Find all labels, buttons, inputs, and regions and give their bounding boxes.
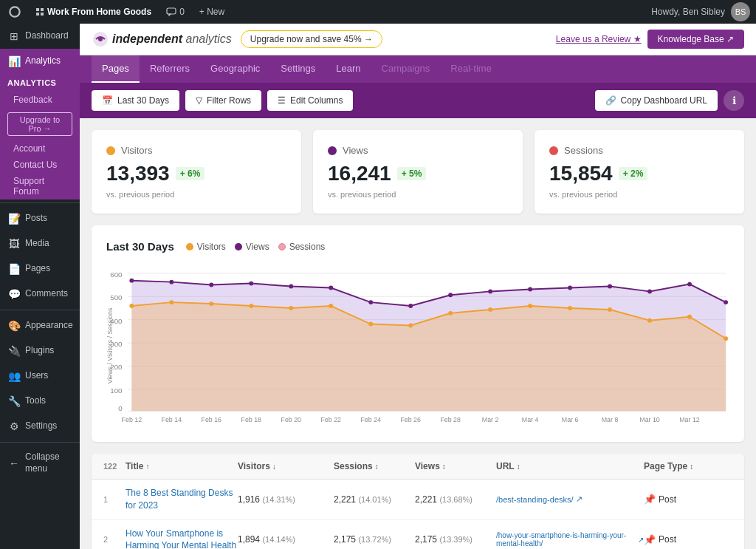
comments-item[interactable]: 0 [163,7,188,17]
svg-point-40 [209,301,213,306]
sidebar-item-posts[interactable]: 📝 Posts [0,206,80,231]
wp-logo[interactable] [6,6,24,18]
info-button[interactable]: ℹ [724,90,744,111]
url-sort-arrow: ↕ [517,463,520,471]
svg-point-45 [408,324,413,328]
svg-text:Views / Visitors / Sessions: Views / Visitors / Sessions [106,307,114,383]
table-row: 2 How Your Smartphone is Harming Your Me… [92,520,744,549]
tab-geographic[interactable]: Geographic [200,55,270,83]
visitors-period: vs. previous period [106,190,286,199]
tab-realtime-label: Real-time [450,63,492,74]
row-1-url[interactable]: /best-standing-desks/ ↗ [496,494,644,504]
svg-text:Mar 6: Mar 6 [562,416,579,423]
legend-sessions-dot [278,243,286,250]
sidebar-item-settings[interactable]: ⚙ Settings [0,414,80,439]
col-header-sessions[interactable]: Sessions ↕ [334,461,415,471]
sidebar-sub-support[interactable]: Support Forum [0,173,80,200]
col-header-title[interactable]: Title ↑ [126,461,238,471]
svg-point-24 [209,283,213,287]
knowledge-base-button[interactable]: Knowledge Base ↗ [647,30,744,49]
views-period: vs. previous period [328,190,508,199]
legend-visitors-label: Visitors [197,242,226,252]
site-name-item[interactable]: Work From Home Goods [32,7,154,17]
upgrade-badge-button[interactable]: Upgrade now and save 45% → [241,30,382,48]
visitors-card: Visitors 13,393 + 6% vs. previous period [92,130,301,214]
tab-pages-label: Pages [102,63,129,74]
edit-columns-button[interactable]: ☰ Edit Columns [267,90,353,111]
leave-review-button[interactable]: Leave us a Review ★ [556,34,642,44]
new-item[interactable]: + New [196,7,227,17]
sidebar-item-analytics[interactable]: 📊 Analytics [0,49,80,74]
external-link-icon: ↗ [576,494,583,504]
svg-rect-3 [36,13,39,16]
sidebar-item-comments[interactable]: 💬 Comments [0,282,80,307]
sidebar-item-media[interactable]: 🖼 Media [0,231,80,256]
svg-text:Feb 20: Feb 20 [281,416,302,423]
sidebar-item-plugins[interactable]: 🔌 Plugins [0,338,80,364]
row-2-url[interactable]: /how-your-smartphone-is-harming-your-men… [496,531,644,548]
tab-settings[interactable]: Settings [270,55,326,83]
appearance-icon: 🎨 [7,319,21,333]
sessions-change: + 2% [619,167,648,180]
collapse-icon: ← [7,457,21,470]
sidebar-label-users: Users [25,370,48,382]
svg-text:Mar 8: Mar 8 [602,416,619,423]
tab-pages[interactable]: Pages [92,55,140,83]
knowledge-base-label: Knowledge Base ↗ [658,34,734,44]
pagetype-sort-arrow: ↕ [690,463,693,471]
svg-point-0 [10,7,20,17]
table-row: 1 The 8 Best Standing Desks for 2023 1,9… [92,480,744,520]
filter-rows-button[interactable]: ▽ Filter Rows [185,90,261,111]
svg-point-51 [647,318,652,323]
tab-campaigns[interactable]: Campaigns [371,55,441,83]
col-header-visitors[interactable]: Visitors ↓ [238,461,334,471]
upgrade-to-pro-button[interactable]: Upgrade to Pro → [7,112,72,136]
row-1-num: 1 [103,495,126,504]
sidebar-sub-feedback[interactable]: Feedback [0,92,80,108]
col-header-views[interactable]: Views ↕ [415,461,496,471]
sidebar-item-collapse[interactable]: ← Collapse menu [0,446,80,480]
sidebar-item-dashboard[interactable]: ⊞ Dashboard [0,24,80,49]
sidebar-item-tools[interactable]: 🔧 Tools [0,389,80,414]
tab-realtime[interactable]: Real-time [440,55,502,83]
svg-point-25 [249,282,253,286]
copy-icon: 🔗 [605,95,616,106]
comments-icon: 💬 [7,287,21,301]
sidebar-item-pages[interactable]: 📄 Pages [0,256,80,282]
sidebar-sub-contact[interactable]: Contact Us [0,157,80,173]
chart-header: Last 30 Days Visitors Views Sessions [106,240,729,253]
user-avatar[interactable]: BS [731,2,750,21]
legend-visitors: Visitors [186,242,226,252]
col-header-url[interactable]: URL ↕ [496,461,644,471]
sidebar-sub-account[interactable]: Account [0,140,80,157]
sidebar-item-users[interactable]: 👥 Users [0,364,80,389]
users-icon: 👥 [7,369,21,383]
last-30-days-button[interactable]: 📅 Last 30 Days [92,90,179,111]
tab-learn[interactable]: Learn [326,55,371,83]
admin-bar-left: Work From Home Goods 0 + New [6,6,642,18]
svg-point-38 [129,304,134,308]
tab-navigation: Pages Referrers Geographic Settings Lear… [80,55,756,83]
svg-rect-1 [36,8,39,11]
col-header-pagetype[interactable]: Page Type ↕ [644,461,732,471]
logo-text-independent: independent analytics [112,33,232,46]
tab-referrers[interactable]: Referrers [140,55,200,83]
media-icon: 🖼 [7,237,21,250]
svg-point-32 [528,287,532,292]
views-sort-arrow: ↕ [442,463,446,471]
columns-icon: ☰ [278,95,286,106]
svg-text:Feb 18: Feb 18 [241,416,262,423]
calendar-icon: 📅 [102,95,113,106]
svg-point-42 [289,306,293,310]
svg-point-35 [647,289,652,293]
sessions-value: 15,854 + 2% [549,162,729,185]
sidebar-item-appearance[interactable]: 🎨 Appearance [0,313,80,338]
legend-views: Views [235,242,269,252]
row-2-title[interactable]: How Your Smartphone is Harming Your Ment… [126,528,238,549]
legend-views-dot [235,243,242,250]
copy-dashboard-url-button[interactable]: 🔗 Copy Dashboard URL [595,90,718,111]
views-label: Views [328,145,508,156]
analytics-icon: 📊 [7,55,21,68]
upgrade-badge-label: Upgrade now and save 45% → [250,34,373,44]
row-1-title[interactable]: The 8 Best Standing Desks for 2023 [126,487,238,512]
